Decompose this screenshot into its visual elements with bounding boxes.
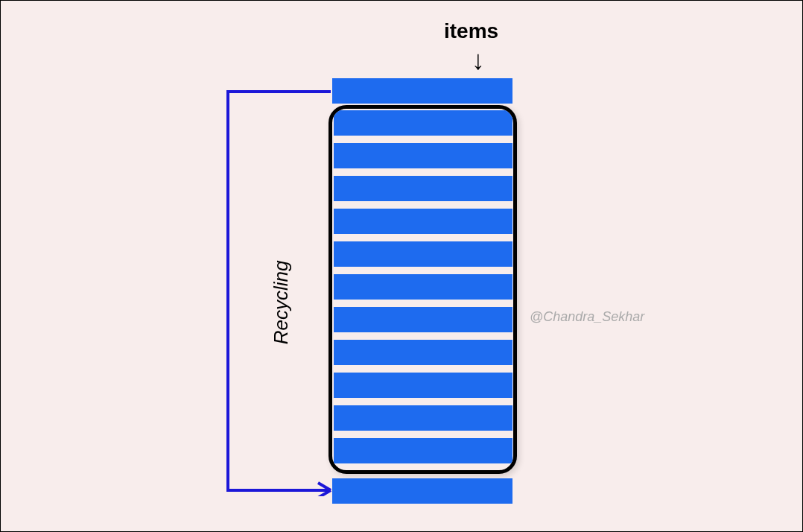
item-bar xyxy=(334,143,512,168)
viewport-frame xyxy=(328,105,517,474)
item-bar xyxy=(334,274,512,300)
item-bar xyxy=(334,176,512,201)
item-bar xyxy=(334,241,512,267)
item-bar xyxy=(334,110,512,136)
item-bar xyxy=(334,307,512,332)
item-bar-below xyxy=(332,478,512,504)
item-bar xyxy=(334,209,512,234)
item-bar xyxy=(334,405,512,431)
item-bar-above xyxy=(332,78,512,104)
item-bar xyxy=(334,373,512,398)
items-label: items xyxy=(444,19,498,43)
item-bar xyxy=(334,438,512,463)
item-bar xyxy=(334,340,512,365)
down-arrow-icon: ↓ xyxy=(472,47,485,74)
attribution-label: @Chandra_Sekhar xyxy=(530,309,644,325)
recycling-label: Recycling xyxy=(270,261,293,345)
